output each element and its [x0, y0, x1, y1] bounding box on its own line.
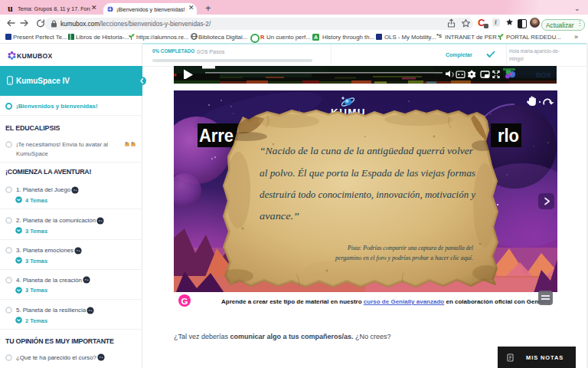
svg-text:Pista: Podrías compartir una c: Pista: Podrías compartir una captura de … — [347, 244, 473, 251]
svg-text:G: G — [181, 297, 188, 306]
svg-text:Arre: Arre — [199, 125, 234, 146]
svg-text:destruirá todo conocimiento, i: destruirá todo conocimiento, innovación,… — [260, 189, 475, 200]
svg-text:rlo: rlo — [498, 125, 519, 146]
svg-text:“Nacido de la cuna de la antig: “Nacido de la cuna de la antigüedad quer… — [260, 145, 474, 156]
svg-text:al polvo. Él que porta la Espa: al polvo. Él que porta la Espada de las … — [260, 167, 475, 179]
svg-text:BOX: BOX — [536, 71, 551, 79]
svg-text:avance.”: avance.” — [260, 210, 299, 222]
svg-text:pergamino en el foro y podrías: pergamino en el foro y podrías probar a … — [335, 254, 473, 261]
